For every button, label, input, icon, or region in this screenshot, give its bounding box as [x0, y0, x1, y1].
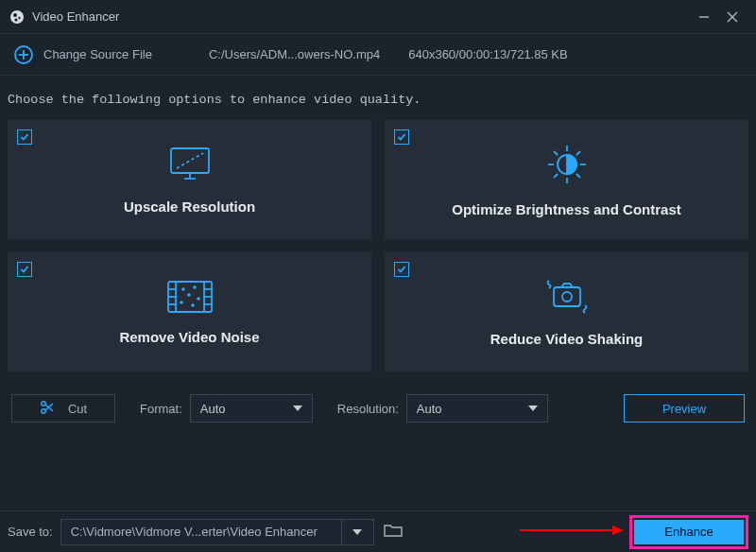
- checkbox-shaking[interactable]: [394, 262, 409, 277]
- checkbox-brightness[interactable]: [394, 129, 409, 145]
- app-icon: [9, 9, 25, 25]
- card-label: Reduce Video Shaking: [490, 331, 643, 347]
- minimize-button[interactable]: [690, 3, 718, 31]
- preview-label: Preview: [662, 402, 706, 416]
- svg-rect-10: [171, 148, 209, 173]
- annotation-highlight: Enhance: [629, 515, 748, 549]
- enhance-cards: Upscale Resolution: [6, 120, 750, 371]
- chevron-down-icon: [352, 529, 362, 535]
- resolution-dropdown[interactable]: Auto: [406, 394, 548, 423]
- enhance-label: Enhance: [664, 525, 713, 539]
- controls-row: Cut Format: Auto Resolution: Auto Previe…: [6, 371, 750, 423]
- svg-point-41: [42, 408, 45, 412]
- format-value: Auto: [200, 402, 226, 416]
- open-folder-button[interactable]: [384, 523, 403, 541]
- svg-line-43: [45, 404, 53, 410]
- enhance-button[interactable]: Enhance: [634, 520, 744, 544]
- svg-marker-45: [612, 526, 624, 535]
- svg-line-22: [554, 174, 558, 178]
- format-label: Format:: [140, 402, 182, 416]
- save-to-label: Save to:: [8, 525, 53, 539]
- content-area: Choose the following options to enhance …: [0, 76, 756, 510]
- footer: Save to: C:\Vidmore\Vidmore V...erter\Vi…: [0, 510, 756, 552]
- svg-line-42: [45, 405, 53, 411]
- save-path-text: C:\Vidmore\Vidmore V...erter\Video Enhan…: [71, 525, 318, 539]
- checkbox-noise[interactable]: [17, 262, 32, 277]
- app-title: Video Enhancer: [32, 9, 119, 24]
- card-label: Upscale Resolution: [124, 198, 255, 215]
- svg-point-35: [198, 298, 199, 300]
- svg-line-13: [177, 153, 203, 168]
- svg-line-21: [576, 151, 580, 155]
- source-bar: Change Source File C:/Users/ADM...owers-…: [0, 34, 756, 76]
- card-label: Optimize Brightness and Contrast: [452, 201, 681, 217]
- svg-point-37: [192, 304, 194, 306]
- card-upscale-resolution[interactable]: Upscale Resolution: [8, 120, 371, 239]
- source-meta: 640x360/00:00:13/721.85 KB: [408, 47, 567, 61]
- svg-point-33: [194, 286, 196, 288]
- cut-button[interactable]: Cut: [11, 394, 115, 423]
- source-path: C:/Users/ADM...owers-NO.mp4: [209, 47, 380, 61]
- svg-point-0: [10, 10, 24, 24]
- svg-line-19: [554, 151, 558, 155]
- svg-point-34: [188, 294, 190, 296]
- app-window: Video Enhancer Change Source File C:/Use…: [0, 0, 756, 552]
- svg-rect-38: [554, 287, 580, 306]
- svg-point-40: [42, 401, 45, 405]
- upscale-icon: [168, 146, 212, 187]
- cut-label: Cut: [68, 402, 87, 416]
- instruction-text: Choose the following options to enhance …: [8, 93, 750, 107]
- preview-button[interactable]: Preview: [624, 394, 745, 423]
- card-brightness-contrast[interactable]: Optimize Brightness and Contrast: [385, 120, 748, 239]
- chevron-down-icon: [528, 405, 538, 411]
- add-file-icon[interactable]: [13, 44, 34, 65]
- save-path-input[interactable]: C:\Vidmore\Vidmore V...erter\Video Enhan…: [60, 519, 342, 545]
- save-path-dropdown[interactable]: [342, 519, 374, 545]
- card-label: Remove Video Noise: [119, 329, 259, 345]
- svg-point-3: [14, 18, 17, 21]
- titlebar: Video Enhancer: [0, 0, 756, 34]
- card-remove-noise[interactable]: Remove Video Noise: [8, 252, 371, 371]
- format-dropdown[interactable]: Auto: [190, 394, 313, 423]
- svg-point-32: [182, 288, 184, 290]
- brightness-icon: [543, 143, 591, 190]
- svg-line-20: [576, 174, 580, 178]
- resolution-value: Auto: [417, 402, 442, 416]
- close-button[interactable]: [718, 3, 747, 31]
- change-source-link[interactable]: Change Source File: [43, 47, 152, 61]
- scissors-icon: [40, 400, 55, 418]
- film-noise-icon: [166, 280, 214, 318]
- resolution-label: Resolution:: [337, 402, 399, 416]
- svg-point-36: [180, 302, 182, 303]
- chevron-down-icon: [293, 405, 302, 411]
- annotation-arrow: [520, 524, 624, 540]
- svg-point-1: [13, 13, 17, 17]
- checkbox-upscale[interactable]: [17, 129, 32, 145]
- svg-point-2: [18, 16, 20, 18]
- camera-shake-icon: [541, 278, 593, 319]
- card-reduce-shaking[interactable]: Reduce Video Shaking: [385, 252, 748, 371]
- svg-point-39: [562, 292, 572, 302]
